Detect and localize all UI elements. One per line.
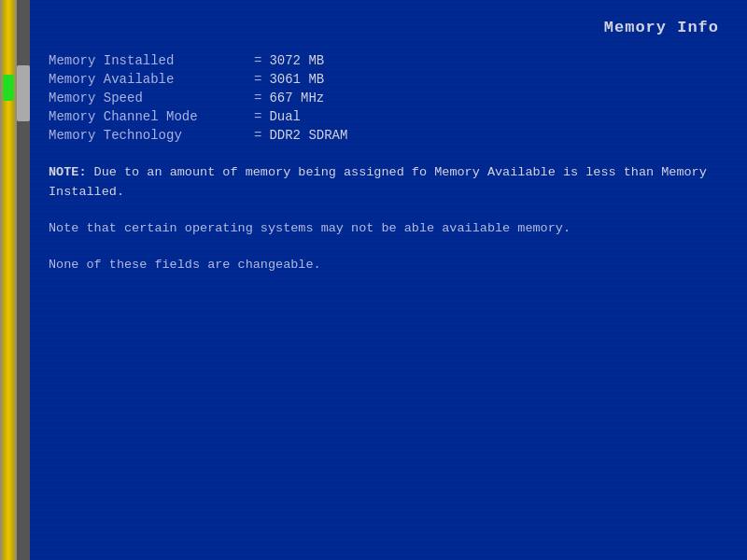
row-equals: = bbox=[254, 91, 261, 105]
table-row: Memory Available = 3061 MB bbox=[49, 72, 719, 87]
row-label: Memory Available bbox=[49, 72, 254, 87]
row-value: 667 MHz bbox=[269, 91, 324, 105]
row-label: Memory Technology bbox=[49, 128, 254, 143]
row-value: 3072 MB bbox=[269, 53, 324, 68]
scrollbar-thumb bbox=[17, 65, 30, 121]
note-bold-label: NOTE: bbox=[49, 165, 87, 179]
note-fields-changeable: None of these fields are changeable. bbox=[49, 256, 719, 275]
outer-frame: Memory Info Memory Installed = 3072 MB M… bbox=[0, 0, 747, 560]
note1-paragraph: NOTE: Due to an amount of memory being a… bbox=[49, 163, 719, 203]
table-row: Memory Installed = 3072 MB bbox=[49, 53, 719, 68]
table-row: Memory Channel Mode = Dual bbox=[49, 109, 719, 124]
table-row: Memory Technology = DDR2 SDRAM bbox=[49, 128, 719, 143]
note1-text: Due to an amount of memory being assigne… bbox=[49, 165, 707, 199]
note-assigned-memory: NOTE: Due to an amount of memory being a… bbox=[49, 163, 719, 203]
row-equals: = bbox=[254, 128, 261, 143]
memory-info-table: Memory Installed = 3072 MB Memory Availa… bbox=[49, 53, 719, 143]
bios-screen: Memory Info Memory Installed = 3072 MB M… bbox=[30, 0, 747, 560]
note-operating-systems: Note that certain operating systems may … bbox=[49, 219, 719, 239]
row-label: Memory Speed bbox=[49, 91, 254, 105]
row-label: Memory Channel Mode bbox=[49, 109, 254, 124]
page-title: Memory Info bbox=[49, 19, 719, 36]
row-equals: = bbox=[254, 53, 261, 68]
green-indicator bbox=[3, 75, 14, 101]
table-row: Memory Speed = 667 MHz bbox=[49, 91, 719, 105]
row-value: 3061 MB bbox=[269, 72, 324, 87]
row-equals: = bbox=[254, 72, 261, 87]
row-value: DDR2 SDRAM bbox=[269, 128, 347, 143]
scrollbar-area bbox=[17, 0, 30, 560]
row-equals: = bbox=[254, 109, 261, 124]
row-value: Dual bbox=[269, 109, 301, 124]
row-label: Memory Installed bbox=[49, 53, 254, 68]
